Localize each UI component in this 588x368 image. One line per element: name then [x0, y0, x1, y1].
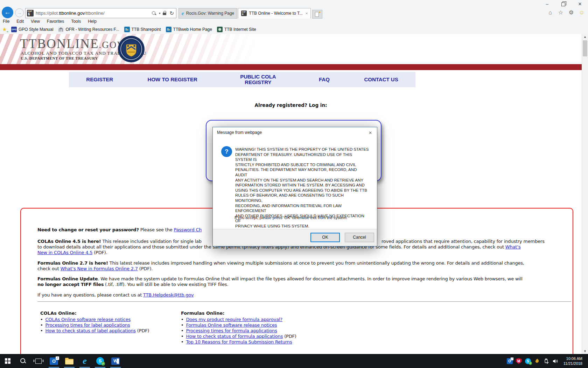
minimize-button-icon[interactable]: –: [542, 1, 552, 8]
ok-button[interactable]: OK: [310, 233, 340, 242]
taskbar-clock[interactable]: 10:06 AM 11/21/2018: [561, 356, 584, 366]
flame-tray-icon[interactable]: [534, 358, 540, 364]
content-link[interactable]: New in COLAs Online 4.5: [37, 250, 92, 255]
content-text: Formulas Online Update: [37, 276, 98, 281]
content-text: This latest release includes improved ha…: [108, 260, 524, 266]
gpo-favicon-icon: GPO: [11, 27, 17, 32]
content-line-5: Formulas Online 2.7 is here! This latest…: [37, 260, 524, 266]
vertical-scrollbar[interactable]: ▲ ▼: [582, 34, 588, 354]
address-bar[interactable]: EAP6 https://pilot.ttbonline.gov/ttbonli…: [25, 8, 176, 18]
content-text: This release includes validation for sin…: [101, 239, 202, 244]
tab-label: TTB Online - Welcome to T...: [249, 11, 303, 16]
skype-taskbar-icon[interactable]: S: [92, 354, 108, 368]
start-button-icon[interactable]: [0, 354, 15, 368]
volume-tray-icon[interactable]: [552, 358, 558, 364]
content-link[interactable]: Password Ch: [174, 227, 202, 232]
nav-item-public-cola-registry[interactable]: PUBLIC COLA REGISTRY: [232, 74, 284, 85]
new-tab-star-icon: ✦: [318, 11, 321, 14]
content-text: (PDF).: [92, 250, 107, 255]
chevron-down-icon[interactable]: ▾: [159, 12, 161, 15]
menu-item-help[interactable]: Help: [88, 19, 97, 24]
content-text: roved applications that require attentio…: [382, 239, 545, 244]
content-text: (PDF).: [138, 266, 153, 271]
content-text: COLAs Online 4.5 is here!: [37, 239, 101, 244]
sp-favicon-icon: S▸: [166, 27, 172, 32]
message-dialog: Message from webpage ✕ ? WARNING! THIS S…: [212, 127, 377, 246]
menu-item-file[interactable]: File: [3, 19, 9, 24]
restore-button-icon[interactable]: [558, 1, 568, 8]
nav-item-contact-us[interactable]: CONTACT US: [364, 77, 398, 82]
nav-item-faq[interactable]: FAQ: [319, 77, 330, 82]
search-icon[interactable]: [152, 11, 156, 16]
screen: – ✕ ← → EAP6 https://pilot.ttbonline.gov…: [0, 0, 588, 368]
system-tray: O M S 10:06 AM 11/21/2018: [507, 356, 588, 366]
content-text: If you have any questions, please contac…: [37, 292, 143, 298]
eap6-icon: EAP6: [241, 11, 247, 16]
outlook-taskbar-icon[interactable]: O: [46, 354, 62, 368]
new-tab-button[interactable]: ✦: [312, 10, 322, 19]
menu-item-view[interactable]: View: [31, 19, 40, 24]
mcafee-tray-icon[interactable]: M: [516, 358, 522, 364]
favorite-label: TTB Sharepoint: [132, 27, 161, 32]
favorite-label: GPO Style Manual: [19, 27, 53, 32]
dialog-button-strip: OK Cancel: [213, 229, 377, 246]
content-text: Formulas Online 2.7 is here!: [37, 260, 108, 266]
url-text[interactable]: https://pilot.ttbonline.gov/ttbonline/: [36, 11, 152, 16]
menu-item-edit[interactable]: Edit: [16, 19, 24, 24]
content-link[interactable]: What’s: [505, 244, 521, 250]
scroll-down-icon[interactable]: ▼: [582, 348, 588, 354]
favorite-label: TTBweb Home Page: [173, 27, 212, 32]
add-favorite-icon[interactable]: ★: [1, 26, 8, 33]
scroll-up-icon[interactable]: ▲: [582, 34, 588, 40]
close-window-icon[interactable]: ✕: [575, 1, 585, 8]
feedback-smiley-icon[interactable]: ☺: [578, 9, 585, 16]
favorites-star-icon[interactable]: ☆: [557, 9, 564, 16]
favorite-item-0[interactable]: GPOGPO Style Manual: [10, 26, 55, 33]
content-text: no longer accept TIFF files: [37, 282, 104, 287]
settings-gear-icon[interactable]: ⚙: [568, 9, 575, 16]
favorite-item-2[interactable]: S▸TTB Sharepoint: [123, 26, 162, 33]
home-icon[interactable]: ⌂: [547, 9, 554, 16]
usb-tray-icon[interactable]: [543, 358, 549, 364]
red-divider-bar: [0, 64, 582, 70]
content-line-2: roved applications that require attentio…: [382, 239, 545, 244]
sp-favicon-icon: S▸: [124, 27, 130, 32]
menu-item-favorites[interactable]: Favorites: [47, 19, 64, 24]
browser-chrome: – ✕ ← → EAP6 https://pilot.ttbonline.gov…: [0, 0, 588, 34]
dialog-close-icon[interactable]: ✕: [366, 129, 374, 137]
favorite-item-3[interactable]: S▸TTBweb Home Page: [164, 26, 214, 33]
login-prompt: Already registered? Log in:: [0, 102, 582, 108]
content-line-4: New in COLAs Online 4.5 (PDF).: [37, 250, 107, 255]
lock-icon: [163, 11, 167, 15]
site-favicon-icon: [217, 27, 223, 32]
favorite-item-1[interactable]: OFR - Writing Resources F...: [57, 26, 120, 33]
favorite-label: OFR - Writing Resources F...: [65, 27, 119, 32]
content-link[interactable]: What’s New in Formulas Online 2.7: [61, 266, 138, 271]
forward-button-icon[interactable]: →: [15, 8, 24, 17]
taskbar-search-icon[interactable]: [15, 354, 31, 368]
cancel-button[interactable]: Cancel: [345, 233, 374, 242]
content-line-1: COLAs Online 4.5 is here! This release i…: [37, 239, 202, 244]
primary-nav: REGISTERHOW TO REGISTERPUBLIC COLA REGIS…: [69, 72, 415, 87]
skype-tray-icon[interactable]: S: [525, 358, 531, 364]
back-button-icon[interactable]: ←: [2, 7, 13, 18]
word-taskbar-icon[interactable]: W: [108, 354, 123, 368]
content-text: . We have made the system update to Form…: [98, 276, 522, 281]
favorite-item-4[interactable]: TTB Internet Site: [216, 26, 258, 33]
site-logo: TTBONLINE.GOV: [20, 36, 125, 51]
content-link[interactable]: TTB.Helpdesk@ttb.gov: [143, 292, 194, 298]
bank-favicon-icon: [58, 27, 64, 32]
refresh-icon[interactable]: ↻: [169, 11, 174, 16]
browser-tab-0[interactable]: eRocis.Gov: Warning Page: [178, 8, 237, 19]
nav-item-register[interactable]: REGISTER: [86, 77, 113, 82]
scrollbar-thumb[interactable]: [583, 40, 587, 56]
task-view-icon[interactable]: [31, 354, 46, 368]
dialog-prompt-text: If you accept, please press 'OK' otherwi…: [234, 216, 348, 220]
menu-item-tools[interactable]: Tools: [71, 19, 81, 24]
tab-close-icon[interactable]: ×: [306, 11, 308, 15]
internet-explorer-taskbar-icon[interactable]: e: [77, 354, 92, 368]
nav-item-how-to-register[interactable]: HOW TO REGISTER: [148, 77, 197, 82]
outlook-tray-icon[interactable]: O: [507, 358, 513, 364]
browser-tab-1[interactable]: EAP6TTB Online - Welcome to T...×: [238, 8, 311, 19]
file-explorer-taskbar-icon[interactable]: [62, 354, 77, 368]
